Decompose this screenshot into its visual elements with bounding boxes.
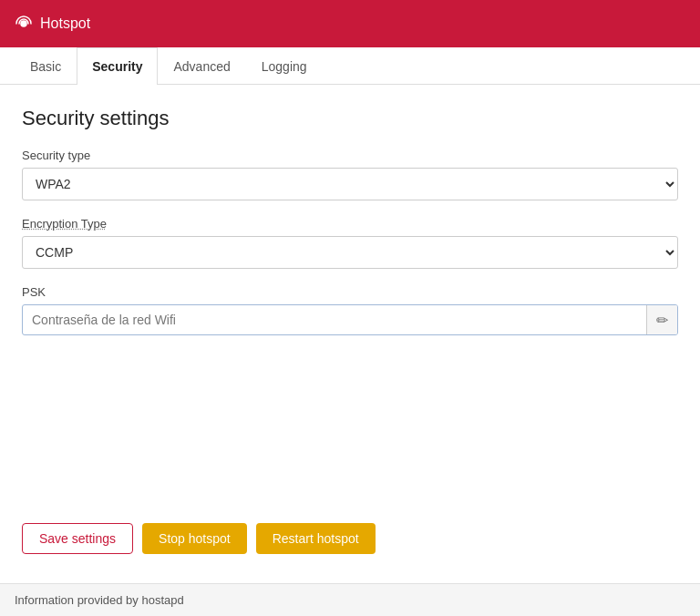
security-type-select[interactable]: WPA2 None WPA WPA/WPA2	[22, 168, 678, 200]
tab-logging[interactable]: Logging	[246, 47, 323, 85]
encryption-type-group: Encryption Type CCMP TKIP CCMP/TKIP	[22, 217, 678, 269]
tabs-bar: Basic Security Advanced Logging	[0, 47, 700, 85]
psk-label: PSK	[22, 285, 678, 299]
pencil-icon: ✏	[656, 312, 668, 329]
footer-buttons: Save settings Stop hotspot Restart hotsp…	[22, 508, 678, 561]
encryption-type-select[interactable]: CCMP TKIP CCMP/TKIP	[22, 236, 678, 269]
stop-hotspot-button[interactable]: Stop hotspot	[142, 523, 247, 554]
main-content: Security settings Security type WPA2 Non…	[0, 85, 700, 583]
tab-basic[interactable]: Basic	[15, 47, 77, 85]
info-text: Information provided by hostapd	[15, 593, 184, 607]
psk-generate-button[interactable]: ✏	[646, 305, 677, 334]
psk-input-wrapper: ✏	[22, 304, 678, 335]
hotspot-icon	[15, 15, 33, 33]
security-type-label: Security type	[22, 149, 678, 162]
titlebar: Hotspot	[0, 0, 700, 47]
content-spacer	[22, 352, 678, 508]
section-title: Security settings	[22, 107, 678, 130]
psk-input[interactable]	[23, 305, 646, 334]
restart-hotspot-button[interactable]: Restart hotspot	[256, 523, 376, 554]
info-bar: Information provided by hostapd	[0, 583, 700, 616]
encryption-type-label: Encryption Type	[22, 217, 678, 231]
tab-advanced[interactable]: Advanced	[158, 47, 245, 85]
security-type-group: Security type WPA2 None WPA WPA/WPA2	[22, 149, 678, 200]
titlebar-title: Hotspot	[40, 15, 90, 32]
save-settings-button[interactable]: Save settings	[22, 523, 133, 554]
psk-group: PSK ✏	[22, 285, 678, 335]
tab-security[interactable]: Security	[77, 47, 158, 85]
svg-point-2	[22, 22, 26, 26]
app-window: Hotspot Basic Security Advanced Logging …	[0, 0, 700, 616]
